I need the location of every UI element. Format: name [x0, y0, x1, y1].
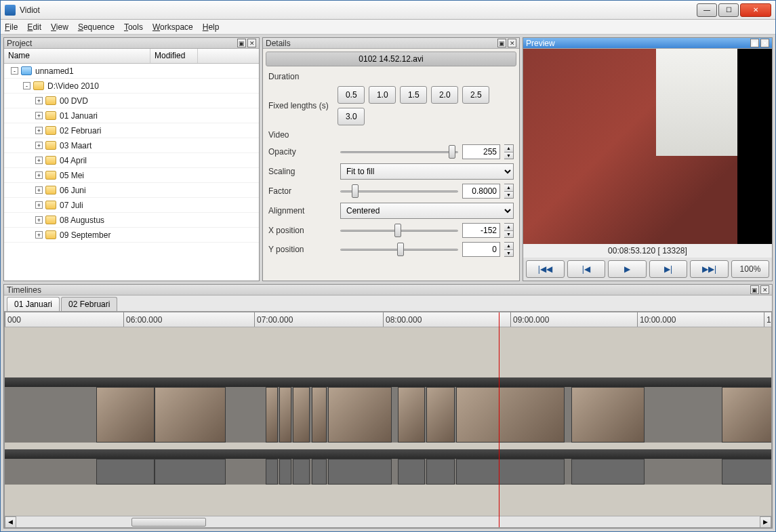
pin-icon[interactable]: ▣ — [750, 285, 759, 294]
tree-item[interactable]: +04 April — [4, 153, 259, 168]
clip[interactable]: 0102 — [266, 387, 278, 443]
clip[interactable]: 0102 1 — [293, 459, 310, 485]
timelines-panel-header[interactable]: Timelines ▣ ✕ — [4, 285, 772, 295]
clip[interactable]: 0102 15.30.34.a — [722, 387, 772, 443]
ypos-slider[interactable] — [340, 242, 458, 257]
timeline-ruler[interactable]: 00006:00.00007:00.00008:00.00009:00.0001… — [5, 312, 771, 327]
tree-item[interactable]: +02 Februari — [4, 123, 259, 138]
menu-edit[interactable]: Edit — [27, 22, 41, 32]
menu-file[interactable]: File — [5, 22, 18, 32]
tree-item[interactable]: -unnamed1 — [4, 64, 259, 79]
close-icon[interactable]: ✕ — [247, 39, 256, 47]
clip[interactable]: 0102 12.24.40.avi — [155, 387, 226, 443]
tree-item[interactable]: +09 September — [4, 228, 259, 243]
clip[interactable]: 0102 12.32.48.avi — [328, 459, 392, 485]
tree-item[interactable]: +07 Juli — [4, 198, 259, 213]
xpos-slider[interactable] — [340, 223, 458, 238]
expand-icon[interactable]: - — [11, 67, 18, 75]
scaling-select[interactable]: Fit to fill — [340, 163, 514, 180]
pin-icon[interactable]: ▣ — [750, 39, 759, 47]
maximize-button[interactable]: ☐ — [718, 3, 739, 17]
goto-start-button[interactable]: |◀◀ — [526, 260, 565, 278]
expand-icon[interactable]: + — [35, 127, 43, 134]
pin-icon[interactable]: ▣ — [497, 39, 506, 47]
next-frame-button[interactable]: ▶| — [649, 260, 688, 278]
tree-item[interactable]: +05 Mei — [4, 168, 259, 183]
col-modified[interactable]: Modified — [150, 49, 198, 63]
factor-spinner[interactable]: ▲▼ — [504, 184, 514, 199]
close-icon[interactable]: ✕ — [760, 285, 769, 294]
expand-icon[interactable]: + — [35, 186, 43, 194]
length-button[interactable]: 3.0 — [338, 108, 365, 125]
opacity-value[interactable] — [462, 144, 500, 159]
tree-item[interactable]: -D:\Video 2010 — [4, 79, 259, 94]
expand-icon[interactable]: + — [35, 112, 43, 119]
timeline-body[interactable]: 00006:00.00007:00.00008:00.00009:00.0001… — [4, 312, 772, 528]
tree-item[interactable]: +08 Augustus — [4, 213, 259, 228]
tree-item[interactable]: +01 Januari — [4, 108, 259, 123]
clip[interactable]: 0102 15.29.20.avi — [571, 387, 645, 443]
expand-icon[interactable]: - — [23, 82, 30, 89]
timeline-tab[interactable]: 02 Februari — [61, 297, 117, 311]
clip[interactable]: 0102 12.24.40.avi — [155, 459, 226, 485]
close-icon[interactable]: ✕ — [508, 39, 516, 47]
clip[interactable]: 0102 12.40 — [426, 387, 455, 443]
scroll-right-button[interactable]: ▶ — [760, 516, 771, 528]
project-tree[interactable]: -unnamed1-D:\Video 2010+00 DVD+01 Januar… — [4, 64, 259, 281]
clip[interactable]: 0102 14.52.12.avi — [456, 459, 565, 485]
length-button[interactable]: 1.5 — [400, 86, 427, 104]
expand-icon[interactable]: + — [35, 97, 43, 104]
xpos-value[interactable] — [462, 223, 500, 238]
alignment-select[interactable]: Centered — [340, 203, 514, 219]
minimize-button[interactable]: — — [697, 3, 717, 17]
project-panel-header[interactable]: Project ▣ ✕ — [4, 38, 259, 49]
timeline-scrollbar[interactable]: ◀ ▶ — [5, 516, 771, 527]
ypos-spinner[interactable]: ▲▼ — [504, 242, 514, 257]
length-button[interactable]: 0.5 — [338, 86, 365, 104]
playhead[interactable] — [499, 312, 499, 527]
menu-view[interactable]: View — [51, 22, 68, 32]
clip[interactable]: 0102 — [266, 459, 278, 485]
expand-icon[interactable]: + — [35, 157, 43, 164]
clip[interactable]: 0102 — [279, 387, 291, 443]
expand-icon[interactable]: + — [35, 142, 43, 149]
clip[interactable]: 0102 11.55.48.avi — [96, 459, 155, 485]
pin-icon[interactable]: ▣ — [237, 39, 246, 47]
clip[interactable]: 0102 1 — [293, 387, 310, 443]
zoom-button[interactable]: 100% — [731, 260, 769, 278]
goto-end-button[interactable]: ▶▶| — [690, 260, 729, 278]
scrollbar-thumb[interactable] — [131, 518, 206, 527]
clip[interactable]: 0102 15.30.34.a — [722, 459, 772, 485]
opacity-spinner[interactable]: ▲▼ — [504, 144, 514, 159]
tree-item[interactable]: +06 Juni — [4, 183, 259, 198]
close-button[interactable]: ✕ — [740, 3, 771, 17]
preview-viewport[interactable] — [523, 49, 772, 244]
menu-workspace[interactable]: Workspace — [152, 22, 193, 32]
length-button[interactable]: 2.0 — [431, 86, 458, 104]
video-track[interactable]: 0102 11.55.48.avi0102 12.24.40.avi010201… — [5, 387, 771, 443]
clip[interactable]: 0102 12. — [398, 459, 425, 485]
preview-panel-header[interactable]: Preview ▣ ✕ — [523, 38, 772, 49]
factor-slider[interactable] — [340, 184, 458, 199]
ypos-value[interactable] — [462, 242, 500, 257]
clip[interactable]: 0102 — [312, 459, 327, 485]
menu-tools[interactable]: Tools — [124, 22, 143, 32]
clip[interactable]: 0102 12.32.48.avi — [328, 387, 392, 443]
xpos-spinner[interactable]: ▲▼ — [504, 223, 514, 238]
audio-track[interactable]: 0102 11.55.48.avi0102 12.24.40.avi010201… — [5, 459, 771, 485]
opacity-slider[interactable] — [340, 144, 458, 159]
clip[interactable]: 0102 12.40 — [426, 459, 455, 485]
prev-frame-button[interactable]: |◀ — [567, 260, 606, 278]
tree-item[interactable]: +00 DVD — [4, 94, 259, 108]
close-icon[interactable]: ✕ — [760, 39, 769, 47]
clip[interactable]: 0102 12. — [398, 387, 425, 443]
play-button[interactable]: ▶ — [608, 260, 647, 278]
clip[interactable]: 0102 11.55.48.avi — [96, 387, 155, 443]
details-panel-header[interactable]: Details ▣ ✕ — [263, 38, 519, 49]
expand-icon[interactable]: + — [35, 231, 43, 239]
titlebar[interactable]: Vidiot — ☐ ✕ — [1, 1, 775, 20]
clip[interactable]: 0102 — [279, 459, 291, 485]
scroll-left-button[interactable]: ◀ — [5, 516, 16, 528]
expand-icon[interactable]: + — [35, 171, 43, 179]
menu-sequence[interactable]: Sequence — [78, 22, 115, 32]
